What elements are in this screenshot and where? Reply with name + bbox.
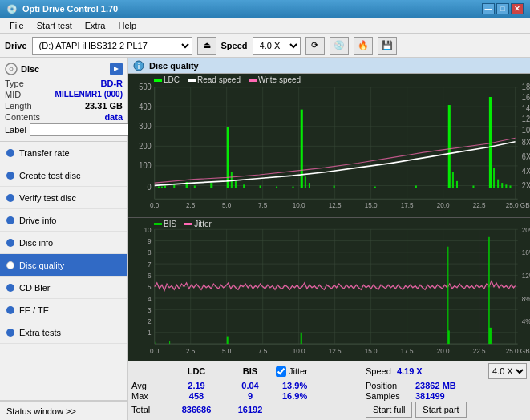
svg-marker-2 bbox=[114, 67, 119, 71]
svg-text:5.0: 5.0 bbox=[222, 201, 232, 209]
total-label: Total bbox=[131, 405, 167, 414]
refresh-button[interactable]: ⟳ bbox=[305, 37, 325, 55]
svg-rect-135 bbox=[301, 332, 302, 343]
nav-cd-bler[interactable]: CD Bler bbox=[0, 277, 127, 299]
eject-button[interactable]: ⏏ bbox=[197, 37, 216, 55]
start-full-button[interactable]: Start full bbox=[366, 402, 412, 418]
svg-rect-59 bbox=[210, 183, 212, 188]
svg-text:0.0: 0.0 bbox=[150, 201, 160, 209]
close-button[interactable]: ✕ bbox=[511, 3, 524, 14]
svg-text:20.0: 20.0 bbox=[437, 346, 450, 355]
disc-button[interactable]: 💿 bbox=[330, 37, 349, 55]
svg-rect-74 bbox=[452, 172, 454, 188]
status-window-button[interactable]: Status window >> bbox=[0, 401, 127, 420]
svg-rect-134 bbox=[227, 336, 229, 344]
svg-text:8: 8 bbox=[148, 248, 152, 256]
drive-select[interactable]: (D:) ATAPI iHBS312 2 PL17 bbox=[32, 37, 192, 55]
minimize-button[interactable]: — bbox=[482, 3, 495, 14]
total-ldc: 836686 bbox=[168, 405, 225, 414]
svg-rect-66 bbox=[292, 187, 293, 188]
svg-text:10.0: 10.0 bbox=[293, 346, 305, 355]
svg-rect-63 bbox=[243, 184, 245, 188]
svg-point-0 bbox=[6, 63, 17, 75]
svg-text:15.0: 15.0 bbox=[365, 201, 378, 209]
nav-fe-te[interactable]: FE / TE bbox=[0, 299, 127, 321]
svg-text:6X: 6X bbox=[522, 152, 530, 161]
svg-text:2.5: 2.5 bbox=[186, 346, 195, 355]
svg-rect-73 bbox=[448, 105, 451, 188]
svg-text:12.5: 12.5 bbox=[329, 201, 342, 209]
start-part-button[interactable]: Start part bbox=[415, 402, 466, 418]
nav-drive-info[interactable]: Drive info bbox=[0, 209, 127, 232]
stats-area: LDC BIS Jitter Speed 4.19 X 4.0 X bbox=[128, 361, 530, 420]
nav-extra-tests[interactable]: Extra tests bbox=[0, 321, 127, 344]
burn-button[interactable]: 🔥 bbox=[354, 37, 373, 55]
menu-file[interactable]: File bbox=[3, 19, 30, 32]
menu-start-test[interactable]: Start test bbox=[30, 19, 79, 32]
svg-rect-64 bbox=[260, 185, 261, 188]
nav-create-test-disc[interactable]: Create test disc bbox=[0, 164, 127, 187]
jitter-checkbox[interactable] bbox=[276, 366, 286, 377]
length-value: 23.31 GB bbox=[85, 101, 123, 111]
svg-rect-58 bbox=[194, 185, 196, 188]
svg-rect-75 bbox=[456, 181, 458, 188]
svg-rect-70 bbox=[334, 185, 335, 188]
svg-rect-71 bbox=[374, 187, 376, 188]
svg-text:5: 5 bbox=[148, 282, 152, 291]
speed-label: Speed bbox=[221, 41, 248, 50]
svg-text:17.5: 17.5 bbox=[401, 201, 414, 209]
menu-extra[interactable]: Extra bbox=[79, 19, 112, 32]
stats-left: Avg 2.19 0.04 13.9% Position 23862 MB Ma… bbox=[131, 381, 467, 418]
speed-select-stats[interactable]: 4.0 X bbox=[488, 363, 527, 379]
nav-label-cd-bler: CD Bler bbox=[19, 283, 51, 293]
menu-help[interactable]: Help bbox=[111, 19, 143, 32]
save-button[interactable]: 💾 bbox=[378, 37, 397, 55]
disc-length-row: Length 23.31 GB bbox=[5, 101, 123, 111]
stats-header: LDC BIS Jitter Speed 4.19 X 4.0 X bbox=[131, 363, 527, 379]
right-panel: i Disc quality LDC Read speed Write spee… bbox=[128, 58, 530, 420]
nav-disc-quality[interactable]: Disc quality bbox=[0, 254, 127, 277]
svg-text:2: 2 bbox=[148, 317, 152, 325]
svg-text:10X: 10X bbox=[522, 125, 530, 134]
samples-label: Samples bbox=[366, 391, 414, 401]
svg-rect-7 bbox=[128, 74, 530, 217]
app-title: Opti Drive Control 1.70 bbox=[22, 4, 482, 14]
stats-avg-row: Avg 2.19 0.04 13.9% Position 23862 MB bbox=[131, 381, 467, 390]
chart2-svg: 10 9 8 7 6 5 4 3 2 1 20% 16% 12% 8% 4% bbox=[128, 218, 530, 361]
nav-dot-create bbox=[6, 172, 14, 180]
svg-rect-54 bbox=[161, 187, 163, 188]
speed-value-stats: 4.19 X bbox=[397, 366, 423, 376]
nav-disc-info[interactable]: Disc info bbox=[0, 232, 127, 254]
menubar: File Start test Extra Help bbox=[0, 18, 530, 34]
mid-value: MILLENMR1 (000) bbox=[55, 90, 123, 99]
label-input[interactable] bbox=[30, 123, 133, 136]
nav-label-verify-test-disc: Verify test disc bbox=[19, 193, 76, 203]
speed-select-area: 4.0 X bbox=[447, 363, 527, 379]
svg-text:5.0: 5.0 bbox=[222, 346, 231, 355]
nav-label-transfer-rate: Transfer rate bbox=[19, 148, 70, 158]
charts-container: LDC Read speed Write speed bbox=[128, 74, 530, 420]
stats-max-row: Max 458 9 16.9% Samples 381499 bbox=[131, 391, 467, 401]
nav-transfer-rate[interactable]: Transfer rate bbox=[0, 142, 127, 164]
stats-data-rows: Avg 2.19 0.04 13.9% Position 23862 MB Ma… bbox=[131, 381, 527, 418]
nav-verify-test-disc[interactable]: Verify test disc bbox=[0, 187, 127, 209]
svg-text:12X: 12X bbox=[522, 115, 530, 123]
svg-text:15.0: 15.0 bbox=[365, 346, 378, 355]
svg-text:6: 6 bbox=[148, 271, 152, 280]
svg-point-1 bbox=[10, 67, 13, 71]
drivebar: Drive (D:) ATAPI iHBS312 2 PL17 ⏏ Speed … bbox=[0, 34, 530, 58]
svg-text:12%: 12% bbox=[522, 271, 530, 280]
stats-total-row: Total 836686 16192 Start full Start part bbox=[131, 402, 467, 418]
jitter-header: Jitter bbox=[276, 366, 364, 377]
type-label: Type bbox=[5, 79, 24, 88]
length-label: Length bbox=[5, 101, 32, 111]
speed-select[interactable]: 4.0 X 1.0 X 2.0 X 8.0 X bbox=[253, 37, 301, 55]
ldc-legend: LDC bbox=[154, 75, 180, 84]
svg-text:10.0: 10.0 bbox=[293, 201, 305, 209]
disc-panel-title: Disc bbox=[21, 64, 39, 74]
svg-text:10: 10 bbox=[144, 225, 152, 234]
svg-rect-76 bbox=[472, 185, 474, 188]
svg-text:20.0: 20.0 bbox=[437, 201, 450, 209]
maximize-button[interactable]: □ bbox=[496, 3, 509, 14]
svg-text:2.5: 2.5 bbox=[186, 201, 196, 209]
